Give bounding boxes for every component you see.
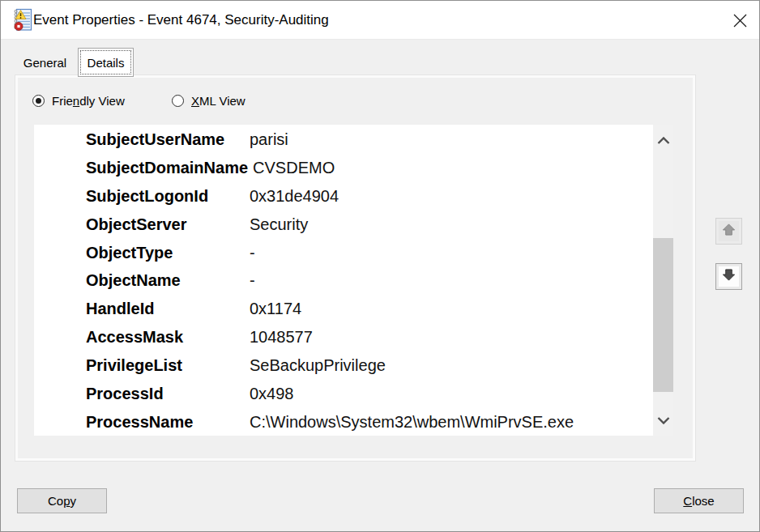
next-event-button[interactable] (715, 263, 742, 290)
scrollbar[interactable] (653, 125, 673, 436)
property-value: CVSDEMO (253, 159, 335, 177)
event-properties-dialog: Event Properties - Event 4674, Security-… (0, 0, 760, 532)
details-tab-page: Friendly View XML View SubjectUserNamepa… (15, 75, 695, 461)
titlebar[interactable]: Event Properties - Event 4674, Security-… (1, 1, 759, 40)
property-name: HandleId (86, 300, 250, 318)
xml-view-radio[interactable]: XML View (172, 92, 246, 109)
tab-details[interactable]: Details (78, 48, 134, 77)
property-row: ObjectServerSecurity (86, 211, 651, 239)
property-value: parisi (250, 130, 288, 149)
property-value: 0x31de4904 (250, 187, 339, 206)
property-name: SubjectLogonId (86, 187, 250, 206)
property-value: Security (250, 215, 308, 234)
property-value: - (250, 244, 255, 262)
property-value: 0x1174 (250, 300, 301, 318)
property-name: SubjectDomainName (86, 159, 253, 177)
property-name: PrivilegeList (86, 356, 250, 375)
property-name: ProcessId (86, 385, 250, 403)
property-row: ProcessNameC:\Windows\System32\wbem\WmiP… (86, 408, 651, 436)
property-name: ObjectServer (86, 215, 250, 234)
tab-general-label: General (23, 56, 66, 70)
property-value: - (250, 271, 255, 290)
tab-details-label: Details (88, 56, 125, 70)
property-row: ProcessId0x498 (86, 380, 651, 408)
scrollbar-thumb[interactable] (653, 238, 673, 392)
arrow-down-icon (721, 268, 737, 285)
event-viewer-icon (11, 8, 32, 32)
property-row: SubjectDomainNameCVSDEMO (86, 154, 651, 182)
dialog-title: Event Properties - Event 4674, Security-… (33, 1, 329, 40)
friendly-view-label: Friendly View (52, 94, 125, 108)
xml-view-label: XML View (191, 94, 246, 108)
property-row: PrivilegeListSeBackupPrivilege (86, 351, 651, 380)
scroll-up-icon[interactable] (653, 125, 673, 155)
property-value: 0x498 (250, 385, 294, 403)
property-value: 1048577 (250, 328, 313, 347)
property-value: SeBackupPrivilege (250, 356, 386, 375)
property-name: ObjectType (86, 244, 250, 262)
tab-general[interactable]: General (15, 50, 75, 75)
property-value: C:\Windows\System32\wbem\WmiPrvSE.exe (250, 413, 574, 432)
scroll-down-icon[interactable] (653, 405, 673, 436)
property-row: AccessMask1048577 (86, 323, 651, 351)
property-row: ObjectName- (86, 266, 651, 295)
close-icon[interactable] (724, 6, 756, 34)
property-name: ObjectName (86, 271, 250, 290)
property-row: SubjectLogonId0x31de4904 (86, 182, 651, 211)
close-button[interactable]: Close (654, 488, 744, 513)
property-list: SubjectUserNameparisiSubjectDomainNameCV… (86, 126, 651, 436)
arrow-up-icon (721, 223, 737, 240)
property-row: SubjectUserNameparisi (86, 126, 651, 154)
property-name: SubjectUserName (86, 130, 250, 149)
property-name: AccessMask (86, 328, 250, 347)
property-row: ObjectType- (86, 239, 651, 267)
property-name: ProcessName (86, 413, 250, 432)
radio-selected-icon[interactable] (32, 95, 45, 107)
copy-button[interactable]: Copy (17, 488, 107, 513)
friendly-view-radio[interactable]: Friendly View (32, 92, 125, 109)
property-row: HandleId0x1174 (86, 295, 651, 323)
previous-event-button[interactable] (715, 218, 742, 245)
radio-unselected-icon[interactable] (172, 95, 184, 107)
friendly-view-content: SubjectUserNameparisiSubjectDomainNameCV… (34, 125, 673, 436)
